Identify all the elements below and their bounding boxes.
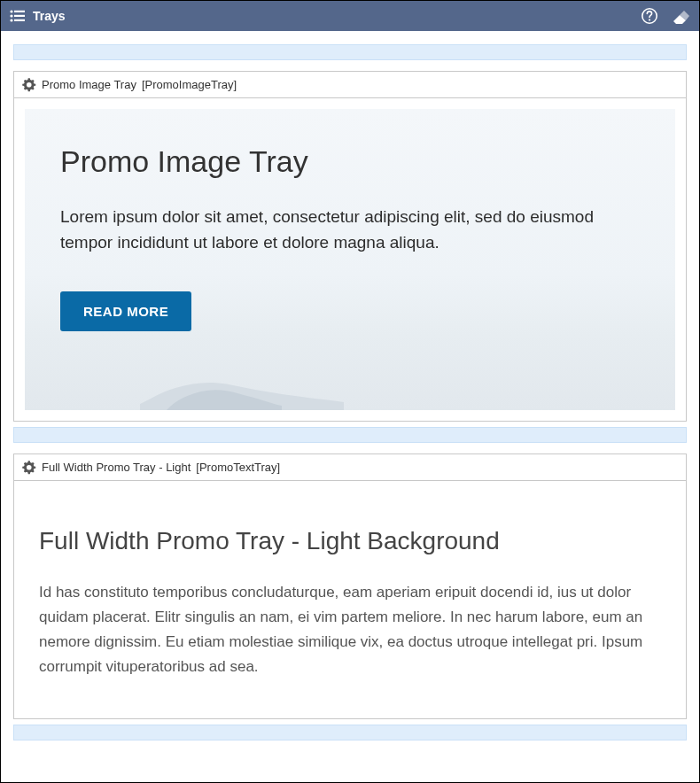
svg-point-2 (10, 14, 12, 17)
read-more-button[interactable]: READ MORE (60, 291, 191, 331)
svg-rect-5 (14, 19, 25, 21)
gear-icon[interactable] (21, 460, 36, 475)
panel-title: Trays (33, 9, 641, 23)
svg-point-4 (10, 19, 12, 21)
tray-label-id: [PromoTextTray] (196, 461, 280, 474)
tray-label-id: [PromoImageTray] (142, 78, 237, 91)
header-actions (641, 7, 690, 25)
tray-body: Full Width Promo Tray - Light Background… (14, 481, 686, 718)
promo-text: Lorem ipsum dolor sit amet, consectetur … (60, 204, 627, 256)
erase-icon[interactable] (671, 7, 690, 25)
help-icon[interactable] (641, 7, 658, 25)
list-icon (10, 10, 26, 22)
svg-rect-1 (14, 11, 25, 12)
svg-point-7 (649, 19, 650, 20)
tray-body: Promo Image Tray Lorem ipsum dolor sit a… (25, 109, 675, 410)
tray-label-title: Full Width Promo Tray - Light (42, 461, 191, 474)
drop-zone[interactable] (13, 725, 687, 740)
svg-point-0 (10, 10, 12, 12)
svg-rect-3 (14, 15, 25, 17)
drop-zone[interactable] (13, 427, 687, 443)
content-area: Promo Image Tray [PromoImageTray] Promo … (1, 31, 699, 782)
text-title: Full Width Promo Tray - Light Background (39, 527, 661, 555)
tray-promo-image: Promo Image Tray [PromoImageTray] Promo … (13, 71, 687, 422)
rocks-shape (140, 361, 344, 410)
tray-label-title: Promo Image Tray (42, 78, 136, 91)
panel-header: Trays (1, 1, 699, 31)
tray-header[interactable]: Promo Image Tray [PromoImageTray] (14, 72, 686, 98)
drop-zone[interactable] (13, 44, 687, 60)
tray-header[interactable]: Full Width Promo Tray - Light [PromoText… (14, 454, 686, 481)
gear-icon[interactable] (21, 77, 36, 92)
promo-title: Promo Image Tray (60, 144, 640, 179)
tray-promo-text: Full Width Promo Tray - Light [PromoText… (13, 454, 687, 719)
text-body: Id has constituto temporibus concludatur… (39, 580, 661, 679)
